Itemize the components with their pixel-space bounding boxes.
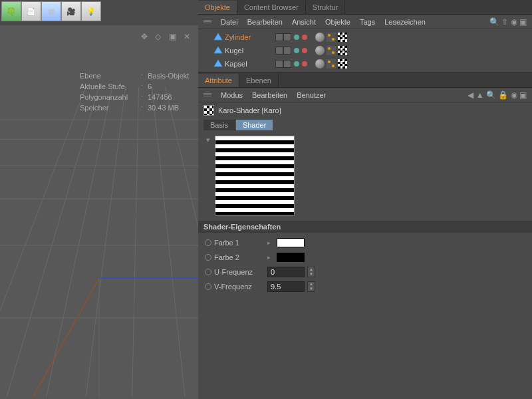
- chevron-right-icon[interactable]: ▸: [267, 254, 274, 261]
- shader-preview[interactable]: [215, 136, 295, 215]
- viewport-info: Ebene:Basis-Objekt Aktuelle Stufe:6 Poly…: [80, 70, 189, 113]
- menu-user[interactable]: Benutzer: [297, 91, 326, 99]
- svg-marker-16: [214, 33, 222, 40]
- shader-properties: Farbe 1 ▸ Farbe 2 ▸ U-Frequenz ▲▼ V-Freq…: [198, 233, 532, 297]
- svg-line-0: [0, 86, 86, 397]
- visibility-render-dot[interactable]: [302, 35, 307, 40]
- menu-file[interactable]: Datei: [221, 18, 238, 26]
- prop-label: Farbe 1: [214, 239, 265, 247]
- anim-radio[interactable]: [205, 239, 211, 246]
- subtab-basis[interactable]: Basis: [203, 120, 235, 130]
- main-toolbar: 🍀 📄 ▦ 🎥 💡: [0, 0, 198, 23]
- info-polycount-value: 147456: [148, 92, 172, 102]
- prop-color2: Farbe 2 ▸: [201, 250, 529, 265]
- spinner[interactable]: ▲▼: [307, 267, 315, 277]
- preview-expand-icon[interactable]: ▾: [206, 136, 213, 144]
- menu-edit[interactable]: Bearbeiten: [247, 18, 283, 26]
- svg-line-2: [47, 86, 112, 397]
- visibility-render-dot[interactable]: [302, 48, 307, 53]
- tab-layers[interactable]: Ebenen: [239, 74, 279, 87]
- visibility-editor-dot[interactable]: [294, 61, 299, 66]
- menu-edit[interactable]: Bearbeiten: [252, 91, 287, 99]
- visibility-render-dot[interactable]: [302, 61, 307, 66]
- prop-label: V-Frequenz: [214, 283, 265, 291]
- render-toggle[interactable]: [283, 60, 291, 68]
- primitive-icon: [213, 59, 223, 69]
- svg-marker-17: [214, 47, 222, 53]
- object-row-zylinder[interactable]: Zylinder: [198, 31, 532, 44]
- checker-icon: [203, 105, 214, 116]
- tab-structure[interactable]: Struktur: [306, 1, 346, 14]
- object-row-kapsel[interactable]: Kapsel: [198, 57, 532, 70]
- prop-label: U-Frequenz: [214, 268, 265, 276]
- visibility-editor-dot[interactable]: [294, 48, 299, 53]
- objects-menu-bar: Datei Bearbeiten Ansicht Objekte Tags Le…: [198, 15, 532, 29]
- ufreq-input[interactable]: [267, 267, 305, 277]
- grid-icon[interactable]: ▦: [41, 1, 61, 21]
- material-tag[interactable]: [315, 46, 325, 55]
- phong-tag[interactable]: [327, 59, 336, 68]
- info-level-value: Basis-Objekt: [148, 70, 189, 81]
- info-memory-label: Speicher: [80, 102, 141, 113]
- shader-title: Karo-Shader [Karo]: [218, 106, 281, 114]
- viewport[interactable]: ✥ ◇ ▣ ✕ Ebene:Basis-Objekt Aktuelle Stuf…: [0, 25, 198, 399]
- layer-toggle[interactable]: [275, 47, 283, 55]
- tab-attribute[interactable]: Attribute: [198, 74, 239, 87]
- material-tag[interactable]: [315, 33, 325, 42]
- attr-nav-icons[interactable]: ◀ ▲ 🔍 🔒 ◉ ▣: [467, 90, 527, 100]
- info-level-label: Ebene: [80, 70, 141, 81]
- grip-icon[interactable]: [203, 20, 211, 23]
- color1-swatch[interactable]: [277, 238, 305, 247]
- attr-header: Karo-Shader [Karo]: [198, 102, 532, 118]
- subtab-shader[interactable]: Shader: [236, 120, 273, 130]
- section-header: Shader-Eigenschaften: [198, 221, 532, 233]
- checker-tag[interactable]: [338, 59, 347, 68]
- svg-line-6: [165, 86, 198, 397]
- object-name: Kapsel: [225, 60, 271, 68]
- prop-color1: Farbe 1 ▸: [201, 235, 529, 250]
- anim-radio[interactable]: [205, 254, 211, 261]
- tab-objects[interactable]: Objekte: [198, 1, 237, 14]
- phong-tag[interactable]: [327, 33, 336, 42]
- objects-tab-bar: Objekte Content Browser Struktur: [198, 0, 532, 15]
- objects-panel-right-icons[interactable]: 🔍 ⇧ ◉ ▣: [489, 17, 527, 27]
- primitive-icon: [213, 45, 223, 56]
- info-memory-value: 30.43 MB: [148, 102, 179, 113]
- menu-mode[interactable]: Modus: [221, 91, 243, 99]
- paper-icon[interactable]: 📄: [21, 1, 41, 21]
- attr-menu-bar: Modus Bearbeiten Benutzer ◀ ▲ 🔍 🔒 ◉ ▣: [198, 88, 532, 102]
- prop-label: Farbe 2: [214, 253, 265, 261]
- anim-radio[interactable]: [205, 269, 211, 275]
- camera-icon[interactable]: 🎥: [61, 1, 81, 21]
- right-panel: Objekte Content Browser Struktur Datei B…: [198, 0, 532, 399]
- render-toggle[interactable]: [283, 47, 291, 55]
- layer-toggle[interactable]: [275, 33, 283, 41]
- object-row-kugel[interactable]: Kugel: [198, 44, 532, 57]
- phong-tag[interactable]: [327, 46, 336, 55]
- object-name: Kugel: [225, 47, 271, 55]
- color2-swatch[interactable]: [277, 253, 305, 262]
- layer-toggle[interactable]: [275, 60, 283, 68]
- material-tag[interactable]: [315, 59, 325, 68]
- viewport-hud-icons[interactable]: ✥ ◇ ▣ ✕: [141, 32, 193, 41]
- menu-tags[interactable]: Tags: [360, 18, 375, 26]
- spinner[interactable]: ▲▼: [307, 281, 315, 292]
- svg-line-5: [152, 86, 185, 397]
- tab-content-browser[interactable]: Content Browser: [237, 1, 306, 14]
- grip-icon[interactable]: [203, 93, 211, 96]
- checker-tag[interactable]: [338, 33, 347, 42]
- checker-tag[interactable]: [338, 46, 347, 55]
- visibility-editor-dot[interactable]: [294, 35, 299, 40]
- vfreq-input[interactable]: [267, 281, 305, 292]
- render-toggle[interactable]: [283, 33, 291, 41]
- left-panel: 🍀 📄 ▦ 🎥 💡: [0, 0, 198, 399]
- bulb-icon[interactable]: 💡: [81, 1, 101, 21]
- clover-icon[interactable]: 🍀: [1, 1, 21, 21]
- prop-ufreq: U-Frequenz ▲▼: [201, 265, 529, 279]
- chevron-right-icon[interactable]: ▸: [267, 239, 274, 246]
- menu-view[interactable]: Ansicht: [292, 18, 316, 26]
- menu-bookmarks[interactable]: Lesezeichen: [384, 18, 426, 26]
- anim-radio[interactable]: [205, 283, 211, 290]
- objects-list: Zylinder Kugel Kapsel: [198, 29, 532, 72]
- menu-objects[interactable]: Objekte: [325, 18, 350, 26]
